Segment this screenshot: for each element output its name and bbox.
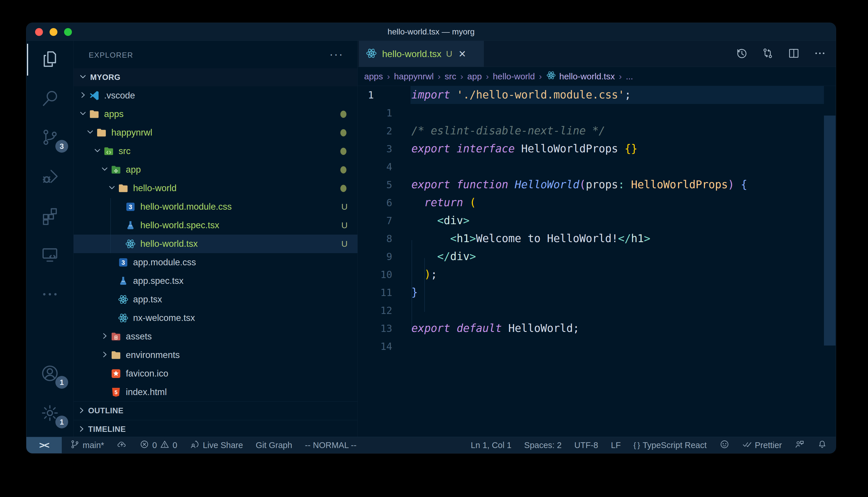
code-line[interactable]: 12 — [358, 301, 836, 320]
status-utf-8[interactable]: UTF-8 — [574, 441, 598, 450]
code-line[interactable]: 10 ); — [358, 266, 836, 284]
code-line[interactable]: 7 <div> — [358, 212, 836, 230]
tree-item[interactable]: 5index.html — [74, 383, 357, 401]
code-line[interactable]: 1 — [358, 104, 836, 122]
status-spaces-2[interactable]: Spaces: 2 — [524, 441, 562, 450]
activity-explorer-button[interactable] — [26, 41, 73, 79]
status-github[interactable] — [719, 439, 729, 451]
explorer-more-actions-button[interactable]: ··· — [329, 48, 344, 61]
code-text: /* eslint-disable-next-line */ — [411, 122, 605, 140]
tree-item[interactable]: nx-welcome.tsx — [74, 309, 357, 327]
breadcrumb-item[interactable]: happynrwl — [394, 72, 434, 81]
activity-accounts-button[interactable]: 1 — [26, 355, 73, 393]
status-git-graph[interactable]: Git Graph — [256, 441, 292, 450]
code-line[interactable]: 8 <h1>Welcome to HelloWorld!</h1> — [358, 230, 836, 247]
open-changes-icon — [761, 47, 774, 61]
tree-item[interactable]: 3hello-world.module.cssU — [74, 198, 357, 216]
code-line[interactable]: 13export default HelloWorld; — [358, 320, 836, 337]
status-lf[interactable]: LF — [611, 441, 621, 450]
activity-extensions-button[interactable] — [26, 197, 73, 235]
breadcrumb-item[interactable]: hello-world.tsx — [546, 70, 615, 83]
status-label: LF — [611, 441, 621, 450]
status-main[interactable]: main* — [70, 439, 104, 451]
git-modified-dot — [340, 185, 346, 192]
code-line[interactable]: 5export function HelloWorld(props: Hello… — [358, 176, 836, 194]
breadcrumb-item[interactable]: hello-world — [493, 72, 535, 81]
status-normal[interactable]: -- NORMAL -- — [305, 441, 357, 450]
open-changes-button[interactable] — [759, 45, 777, 63]
tree-item[interactable]: app.spec.tsx — [74, 272, 357, 290]
breadcrumb-item[interactable]: src — [445, 72, 456, 81]
chevron-right-icon — [77, 425, 87, 435]
activity-source-control-button[interactable]: 3 — [26, 119, 73, 157]
code-line[interactable]: 3export interface HelloWorldProps {} — [358, 140, 836, 158]
code-line[interactable]: 11} — [358, 284, 836, 301]
active-view-indicator — [27, 44, 28, 75]
svg-text:3: 3 — [122, 259, 125, 266]
status-live-share[interactable]: Live Share — [190, 439, 243, 451]
activity-run-debug-button[interactable] — [26, 158, 73, 196]
status-prettier[interactable]: Prettier — [742, 439, 782, 451]
tree-item-label: favicon.ico — [126, 368, 168, 379]
status-0[interactable]: 00 — [139, 439, 177, 451]
line-number: 7 — [360, 212, 392, 230]
code-text: <div> — [411, 212, 470, 230]
tree-item-label: src — [119, 146, 130, 156]
tree-item[interactable]: hello-world.tsxU — [74, 235, 357, 253]
tree-item-label: hello-world.module.css — [140, 202, 232, 212]
chevron-down-icon — [86, 128, 96, 138]
tree-item[interactable]: environments — [74, 346, 357, 364]
code-line[interactable]: 4 — [358, 158, 836, 176]
breadcrumb-item[interactable]: app — [467, 72, 482, 81]
code-line[interactable]: 9 </div> — [358, 247, 836, 266]
code-line[interactable]: 6 return ( — [358, 194, 836, 212]
brackets-icon: { } — [633, 441, 640, 450]
status-feedback[interactable] — [795, 439, 804, 451]
react-icon — [365, 47, 377, 60]
vscode-icon — [88, 90, 100, 101]
html-icon: 5 — [110, 386, 122, 398]
close-tab-icon[interactable]: × — [459, 48, 466, 60]
activity-search-button[interactable] — [26, 80, 73, 117]
react-icon — [118, 294, 129, 305]
status-bell[interactable] — [817, 439, 827, 451]
code-line[interactable]: 2/* eslint-disable-next-line */ — [358, 122, 836, 140]
more-actions-button[interactable] — [811, 45, 829, 63]
tree-item[interactable]: app — [74, 160, 357, 179]
code-line[interactable]: 1import './hello-world.module.css'; — [358, 86, 836, 104]
status-label: Live Share — [203, 441, 243, 450]
status-ln-1-col-1[interactable]: Ln 1, Col 1 — [471, 441, 511, 450]
code-editor[interactable]: 1import './hello-world.module.css';12/* … — [358, 86, 836, 437]
tree-item[interactable]: .vscode — [74, 86, 357, 105]
activity-settings-button[interactable]: 1 — [26, 395, 73, 432]
explorer-icon — [40, 49, 59, 70]
tree-item[interactable]: hello-world.spec.tsxU — [74, 216, 357, 235]
breadcrumb-item[interactable]: ... — [626, 72, 633, 81]
breadcrumb-item[interactable]: apps — [364, 72, 383, 81]
line-number: 10 — [360, 266, 392, 284]
workspace-section-header[interactable]: MYORG — [74, 68, 357, 86]
open-timeline-button[interactable] — [733, 45, 750, 63]
tree-item[interactable]: 3app.module.css — [74, 253, 357, 272]
tree-item[interactable]: apps — [74, 105, 357, 123]
tree-item[interactable]: app.tsx — [74, 290, 357, 309]
tree-item-label: hello-world.tsx — [140, 239, 198, 249]
tree-item[interactable]: hello-world — [74, 179, 357, 198]
split-editor-button[interactable] — [785, 45, 803, 63]
remote-indicator[interactable]: >< — [26, 437, 62, 453]
panel-timeline[interactable]: TIMELINE — [74, 420, 357, 439]
tree-item[interactable]: assets — [74, 327, 357, 346]
status-label: Ln 1, Col 1 — [471, 441, 511, 450]
tree-item[interactable]: src — [74, 142, 357, 160]
status-cloud-upload[interactable] — [117, 439, 127, 451]
tab-hello-world-tsx[interactable]: hello-world.tsx U × — [359, 41, 484, 67]
tree-item[interactable]: happynrwl — [74, 123, 357, 142]
folder-tan-icon — [110, 349, 122, 361]
status-typescript-react[interactable]: { }TypeScript React — [633, 441, 706, 450]
editor-actions — [733, 41, 829, 67]
tree-item[interactable]: favicon.ico — [74, 364, 357, 383]
code-line[interactable]: 14 — [358, 337, 836, 355]
activity-more-button[interactable] — [26, 276, 73, 314]
panel-outline[interactable]: OUTLINE — [74, 401, 357, 420]
activity-remote-explorer-button[interactable] — [26, 237, 73, 274]
